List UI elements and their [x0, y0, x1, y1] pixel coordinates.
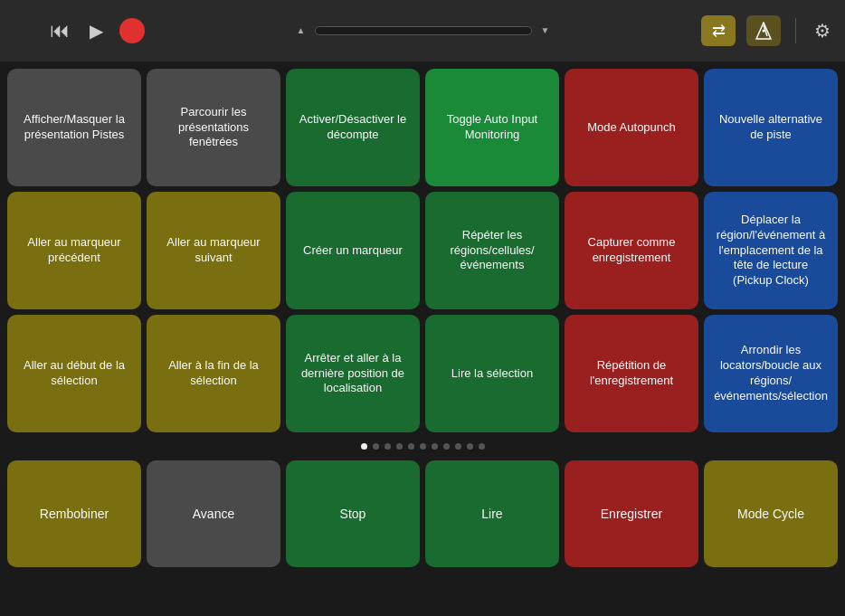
grid-cell-r1-c3[interactable]: Répéter les régions/cellules/événements	[425, 192, 559, 309]
grid-cell-r1-c5[interactable]: Déplacer la région/l'événement à l'empla…	[704, 192, 838, 309]
grid-cell-r2-c0[interactable]: Aller au début de la sélection	[7, 315, 141, 432]
bottom-cell-1[interactable]: Avance	[147, 460, 280, 567]
pagination-dot-0[interactable]	[361, 443, 367, 450]
transport-display[interactable]	[315, 26, 532, 35]
grid-cell-r0-c4[interactable]: Mode Autopunch	[565, 69, 698, 186]
pagination-dot-4[interactable]	[408, 443, 414, 450]
dropdown-arrow-icon[interactable]	[11, 18, 36, 43]
transport-up-arrow[interactable]: ▲	[291, 26, 311, 35]
bottom-cell-0[interactable]: Rembobiner	[7, 460, 141, 567]
bottom-bar: RembobinerAvanceStopLireEnregistrerMode …	[0, 455, 845, 574]
grid-cell-r0-c5[interactable]: Nouvelle alternative de piste	[704, 69, 838, 186]
bottom-cell-2[interactable]: Stop	[286, 460, 420, 567]
pagination-dot-3[interactable]	[396, 443, 403, 450]
pagination-dot-2[interactable]	[385, 443, 391, 450]
pagination-dot-6[interactable]	[432, 443, 438, 450]
transport-right: ⇄ ⚙	[701, 15, 834, 46]
pagination-dot-7[interactable]	[443, 443, 450, 450]
grid-cell-r2-c4[interactable]: Répétition de l'enregistrement	[565, 315, 698, 432]
top-bar: ⏮ ▶ ▲ ▼ ⇄	[0, 0, 845, 62]
grid-cell-r1-c2[interactable]: Créer un marqueur	[286, 192, 420, 309]
grid-cell-r0-c2[interactable]: Activer/Désactiver le décompte	[286, 69, 420, 186]
grid-cell-r2-c2[interactable]: Arrêter et aller à la dernière position …	[286, 315, 420, 432]
grid-cell-r2-c3[interactable]: Lire la sélection	[425, 315, 559, 432]
grid-area: Afficher/Masquer la présentation PistesP…	[0, 62, 845, 436]
grid-cell-r1-c0[interactable]: Aller au marqueur précédent	[7, 192, 141, 309]
transport-down-arrow[interactable]: ▼	[536, 26, 555, 35]
record-button[interactable]	[119, 18, 145, 43]
pagination-dot-9[interactable]	[467, 443, 473, 450]
grid-cell-r1-c4[interactable]: Capturer comme enregistrement	[565, 192, 698, 309]
pagination	[0, 436, 845, 455]
play-icon[interactable]: ▶	[83, 18, 109, 43]
transport-left: ⏮ ▶	[11, 18, 145, 43]
divider	[795, 18, 796, 43]
grid-cell-r2-c5[interactable]: Arrondir les locators/boucle aux régions…	[704, 315, 838, 432]
grid-cell-r0-c3[interactable]: Toggle Auto Input Monitoring	[425, 69, 559, 186]
metronome-button[interactable]	[746, 15, 781, 46]
grid-cell-r0-c1[interactable]: Parcourir les présentations fenêtrées	[147, 69, 280, 186]
grid-cell-r2-c1[interactable]: Aller à la fin de la sélection	[147, 315, 280, 432]
bottom-cell-5[interactable]: Mode Cycle	[704, 460, 838, 567]
pagination-dot-5[interactable]	[420, 443, 426, 450]
bottom-cell-4[interactable]: Enregistrer	[565, 460, 698, 567]
svg-point-2	[763, 30, 765, 33]
grid-cell-r0-c0[interactable]: Afficher/Masquer la présentation Pistes	[7, 69, 141, 186]
loop-button[interactable]: ⇄	[701, 15, 736, 46]
rewind-icon[interactable]: ⏮	[47, 18, 72, 43]
settings-button[interactable]: ⚙	[811, 16, 834, 45]
transport-center: ▲ ▼	[152, 26, 694, 35]
grid-cell-r1-c1[interactable]: Aller au marqueur suivant	[147, 192, 280, 309]
bottom-cell-3[interactable]: Lire	[425, 460, 559, 567]
pagination-dot-10[interactable]	[479, 443, 485, 450]
pagination-dot-1[interactable]	[373, 443, 379, 450]
main-grid: Afficher/Masquer la présentation PistesP…	[7, 69, 838, 432]
pagination-dot-8[interactable]	[455, 443, 461, 450]
